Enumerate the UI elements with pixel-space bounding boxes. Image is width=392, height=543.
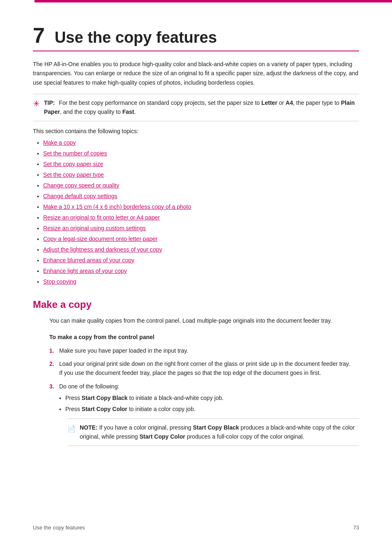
toc-link-borderless[interactable]: Make a 10 x 15 cm (4 x 6 inch) borderles… [43, 203, 191, 211]
list-item: • Set the number of copies [37, 149, 359, 158]
bullet-icon: • [37, 256, 39, 265]
make-a-copy-intro: You can make quality copies from the con… [49, 316, 359, 325]
bullet-icon: • [37, 278, 39, 287]
chapter-title: Use the copy features [55, 29, 217, 46]
bullet-icon: • [37, 246, 39, 254]
toc-link-set-paper-type[interactable]: Set the copy paper type [43, 171, 104, 179]
page: 7 Use the copy features The HP All-in-On… [0, 0, 392, 543]
toc-link-make-a-copy[interactable]: Make a copy [43, 139, 76, 147]
bullet-icon: • [37, 224, 39, 233]
note-text: If you have a color original, pressing S… [80, 424, 355, 440]
toc-link-set-paper-size[interactable]: Set the copy paper size [43, 160, 103, 169]
step-3-content: Do one of the following: • Press Start C… [59, 382, 359, 446]
list-item: • Set the copy paper type [37, 171, 359, 180]
bullet-icon: • [37, 139, 39, 148]
list-item: • Resize an original using custom settin… [37, 224, 359, 233]
list-item: • Stop copying [37, 277, 359, 287]
bullet-icon: • [37, 150, 39, 158]
chapter-heading: 7 Use the copy features [33, 25, 359, 51]
step-2-text: Load your original print side down on th… [59, 360, 350, 367]
chapter-number: 7 [33, 25, 45, 46]
footer-chapter-text: Use the copy features [33, 525, 85, 531]
note-label: NOTE: [80, 424, 98, 431]
tip-bold-a4: A4 [286, 99, 293, 106]
step-2-extra: If you use the document feeder tray, pla… [59, 370, 321, 376]
make-a-copy-sub-heading: To make a copy from the control panel [49, 333, 359, 342]
tip-bold-fast: Fast [122, 109, 134, 115]
note-box: 📄 NOTE: If you have a color original, pr… [67, 418, 359, 446]
tip-box: ✳ TIP: For the best copy performance on … [33, 94, 359, 121]
note-icon: 📄 [67, 424, 76, 434]
top-border-accent [35, 0, 392, 2]
tip-text-3: , the paper type to [293, 99, 341, 106]
footer-page-number: 73 [353, 525, 359, 531]
sub-bullet-1: • Press Start Copy Black to initiate a b… [59, 393, 359, 403]
page-footer: Use the copy features 73 [0, 525, 392, 531]
toc-link-resize-custom[interactable]: Resize an original using custom settings [43, 224, 146, 233]
toc-list: • Make a copy • Set the number of copies… [37, 139, 359, 287]
sub-bullet-1-text: Press Start Copy Black to initiate a bla… [65, 393, 224, 402]
list-item: • Enhance light areas of your copy [37, 267, 359, 276]
list-item: • Adjust the lightness and darkness of y… [37, 245, 359, 254]
step-3: 3. Do one of the following: • Press Star… [49, 382, 359, 446]
list-item: • Change default copy settings [37, 192, 359, 201]
toc-link-change-default[interactable]: Change default copy settings [43, 192, 118, 201]
bullet-icon: • [37, 203, 39, 212]
tip-icon: ✳ [33, 99, 40, 109]
sub-bullet-2-text: Press Start Copy Color to initiate a col… [65, 404, 196, 414]
step-2-content: Load your original print side down on th… [59, 359, 359, 378]
list-item: • Copy a legal-size document onto letter… [37, 235, 359, 244]
step-1: 1. Make sure you have paper loaded in th… [49, 346, 359, 355]
toc-link-lightness[interactable]: Adjust the lightness and darkness of you… [43, 245, 162, 254]
toc-link-enhance-light[interactable]: Enhance light areas of your copy [43, 267, 127, 275]
bullet-icon: • [37, 160, 39, 169]
tip-text-5: . [134, 109, 136, 115]
list-item: • Enhance blurred areas of your copy [37, 256, 359, 265]
step-1-text: Make sure you have paper loaded in the i… [59, 347, 188, 354]
list-item: • Resize an original to fit onto letter … [37, 213, 359, 222]
list-item: • Make a copy [37, 139, 359, 148]
toc-link-set-number[interactable]: Set the number of copies [43, 149, 107, 158]
list-item: • Change copy speed or quality [37, 181, 359, 190]
bullet-icon: • [37, 192, 39, 201]
intro-paragraph: The HP All-in-One enables you to produce… [33, 60, 359, 87]
step-number-3: 3. [49, 382, 59, 391]
bullet-icon: • [37, 214, 39, 222]
steps-list: 1. Make sure you have paper loaded in th… [49, 346, 359, 446]
step-3-sub-bullets: • Press Start Copy Black to initiate a b… [59, 393, 359, 414]
bullet-icon: • [37, 171, 39, 180]
tip-content: TIP: For the best copy performance on st… [44, 98, 359, 117]
step-2: 2. Load your original print side down on… [49, 359, 359, 378]
tip-text-4: , and the copy quality to [60, 109, 122, 115]
list-item: • Set the copy paper size [37, 160, 359, 169]
sub-bullet-2: • Press Start Copy Color to initiate a c… [59, 404, 359, 414]
tip-bold-letter: Letter [261, 99, 277, 106]
step-number-1: 1. [49, 346, 59, 355]
make-a-copy-heading: Make a copy [33, 299, 359, 310]
toc-link-change-speed[interactable]: Change copy speed or quality [43, 181, 119, 190]
bullet-icon: • [37, 267, 39, 276]
step-number-2: 2. [49, 359, 59, 368]
list-item: • Make a 10 x 15 cm (4 x 6 inch) borderl… [37, 203, 359, 212]
bullet-icon: • [37, 182, 39, 190]
toc-link-legal[interactable]: Copy a legal-size document onto letter p… [43, 235, 158, 243]
bullet-icon: • [37, 235, 39, 244]
tip-text-2: or [277, 99, 286, 106]
toc-link-resize-letter[interactable]: Resize an original to fit onto letter or… [43, 213, 160, 222]
note-content: NOTE: If you have a color original, pres… [80, 423, 359, 441]
tip-text-1: For the best copy performance on standar… [59, 99, 261, 106]
bullet-icon: • [59, 405, 61, 414]
toc-link-enhance-blurred[interactable]: Enhance blurred areas of your copy [43, 256, 134, 265]
bullet-icon: • [59, 394, 61, 403]
toc-link-stop-copying[interactable]: Stop copying [43, 277, 76, 286]
tip-label: TIP: [44, 99, 55, 106]
step-3-text: Do one of the following: [59, 383, 119, 390]
section-intro: This section contains the following topi… [33, 128, 359, 134]
step-1-content: Make sure you have paper loaded in the i… [59, 346, 359, 355]
make-a-copy-body: You can make quality copies from the con… [49, 316, 359, 446]
